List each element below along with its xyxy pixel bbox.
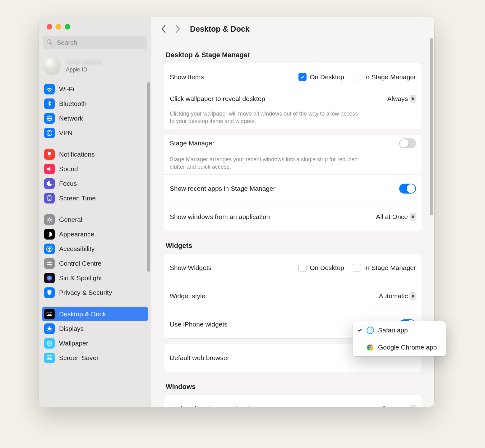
label-widget-style: Widget style — [170, 292, 373, 300]
nav-back-button[interactable] — [159, 23, 168, 35]
select-value: All at Once — [376, 213, 408, 221]
appearance-icon — [44, 229, 55, 240]
browser-option-safari[interactable]: Safari.app — [353, 323, 446, 337]
sidebar-item-label: General — [59, 216, 82, 223]
sidebar-item-notifications[interactable]: Notifications — [42, 147, 148, 162]
sidebar-item-siri[interactable]: Siri & Spotlight — [42, 271, 148, 285]
browser-option-label: Safari.app — [378, 327, 408, 334]
checkbox-widgets-stage-manager[interactable]: In Stage Manager — [353, 264, 416, 272]
focus-icon — [44, 178, 55, 189]
sidebar-item-label: Bluetooth — [59, 100, 87, 107]
checkbox-widgets-desktop[interactable]: On Desktop — [298, 264, 344, 272]
sidebar-item-label: Desktop & Dock — [59, 310, 106, 318]
sound-icon — [44, 164, 55, 174]
sidebar-item-wifi[interactable]: Wi-Fi — [42, 82, 148, 96]
network-icon — [44, 113, 55, 124]
apple-id-account[interactable]: Yulia Savluk Apple ID — [39, 52, 151, 80]
search-input[interactable] — [56, 39, 143, 47]
svg-point-9 — [47, 275, 52, 281]
checkbox-label: In Stage Manager — [364, 264, 416, 272]
chrome-app-icon — [366, 343, 374, 351]
svg-rect-8 — [47, 264, 52, 265]
sidebar-item-general[interactable]: General — [42, 212, 148, 227]
select-value: In Full Screen — [367, 405, 408, 407]
select-click-wallpaper[interactable]: Always — [387, 95, 416, 103]
checkbox-label: On Desktop — [310, 264, 344, 272]
vpn-icon — [44, 128, 55, 138]
row-stage-manager: Stage Manager Stage Manager arranges you… — [164, 135, 422, 175]
zoom-window-button[interactable] — [65, 24, 70, 30]
sidebar-item-label: Notifications — [59, 151, 95, 158]
label-show-windows-from-app: Show windows from an application — [170, 213, 370, 221]
svg-rect-14 — [47, 355, 52, 359]
row-show-items: Show Items On Desktop In Stage Manager — [164, 63, 422, 91]
checkbox-label: On Desktop — [310, 73, 344, 81]
sidebar-item-label: Wallpaper — [59, 340, 88, 347]
sidebar-item-controlcentre[interactable]: Control Centre — [42, 256, 148, 271]
close-window-button[interactable] — [47, 24, 52, 30]
sidebar-item-desktopdock[interactable]: Desktop & Dock — [42, 307, 148, 321]
notifications-icon — [44, 149, 55, 160]
sidebar-item-label: Sound — [59, 165, 78, 173]
switch-stage-manager[interactable] — [399, 138, 416, 148]
stepper-icon — [410, 292, 416, 300]
account-sub: Apple ID — [66, 66, 102, 73]
select-value: Automatic — [379, 292, 408, 300]
sidebar-item-privacy[interactable]: Privacy & Security — [42, 285, 148, 300]
accessibility-icon — [44, 244, 55, 254]
sidebar-item-focus[interactable]: Focus — [42, 176, 148, 191]
siri-icon — [44, 273, 55, 283]
card-desktop-stage-b: Stage Manager Stage Manager arranges you… — [164, 134, 422, 231]
sidebar-item-label: Control Centre — [59, 260, 102, 267]
checkbox-show-items-stage-manager[interactable]: In Stage Manager — [353, 73, 416, 81]
screentime-icon — [44, 193, 55, 203]
sidebar-item-sound[interactable]: Sound — [42, 162, 148, 176]
sidebar-item-label: Wi-Fi — [59, 85, 74, 93]
row-show-windows-from-app: Show windows from an application All at … — [164, 203, 422, 231]
select-show-windows-from-app[interactable]: All at Once — [376, 213, 416, 221]
switch-show-recent-apps[interactable] — [399, 184, 416, 194]
sidebar-item-label: Siri & Spotlight — [59, 274, 102, 282]
section-title-windows: Windows — [166, 383, 422, 391]
sidebar-item-vpn[interactable]: VPN — [42, 126, 148, 140]
sidebar-item-screentime[interactable]: Screen Time — [42, 191, 148, 205]
label-click-wallpaper: Click wallpaper to reveal desktop — [170, 95, 381, 103]
browser-option-chrome[interactable]: Google Chrome.app — [353, 340, 446, 354]
sidebar-item-accessibility[interactable]: Accessibility — [42, 241, 148, 256]
sidebar-item-screensaver[interactable]: Screen Saver — [42, 350, 148, 365]
svg-point-6 — [49, 247, 50, 248]
desktopdock-icon — [44, 309, 55, 319]
row-click-wallpaper: Click wallpaper to reveal desktop Always… — [164, 91, 422, 129]
content-scrollbar[interactable] — [430, 38, 433, 215]
minimize-window-button[interactable] — [56, 24, 61, 30]
sidebar-item-appearance[interactable]: Appearance — [42, 227, 148, 241]
label-show-items: Show Items — [170, 73, 293, 81]
select-widget-style[interactable]: Automatic — [379, 292, 416, 300]
sidebar-item-network[interactable]: Network — [42, 111, 148, 126]
select-value: Always — [387, 95, 408, 103]
svg-point-18 — [369, 346, 372, 349]
default-browser-menu[interactable]: Safari.appGoogle Chrome.app — [353, 321, 446, 356]
sidebar-list: Wi-FiBluetoothNetworkVPNNotificationsSou… — [39, 80, 151, 407]
section-title-widgets: Widgets — [166, 242, 422, 250]
card-windows: Prefer tabs when opening documents In Fu… — [164, 395, 422, 407]
nav-forward-button[interactable] — [173, 23, 182, 35]
sidebar-item-wallpaper[interactable]: Wallpaper — [42, 336, 148, 350]
label-default-browser: Default web browser — [170, 354, 376, 362]
bluetooth-icon — [44, 98, 55, 109]
sidebar-item-displays[interactable]: Displays — [42, 321, 148, 336]
avatar — [43, 57, 61, 75]
select-prefer-tabs[interactable]: In Full Screen — [367, 405, 416, 407]
sidebar-scrollbar[interactable] — [147, 82, 150, 272]
checkbox-show-items-desktop[interactable]: On Desktop — [298, 73, 344, 81]
search-field[interactable] — [43, 36, 147, 49]
account-name: Yulia Savluk — [66, 59, 102, 66]
svg-rect-7 — [47, 262, 52, 263]
checkbox-label: In Stage Manager — [364, 73, 416, 81]
general-icon — [44, 214, 55, 225]
sidebar-item-label: VPN — [59, 129, 72, 137]
sidebar-item-bluetooth[interactable]: Bluetooth — [42, 96, 148, 111]
safari-app-icon — [366, 326, 374, 334]
label-stage-manager: Stage Manager — [170, 139, 394, 147]
browser-option-label: Google Chrome.app — [378, 344, 437, 351]
